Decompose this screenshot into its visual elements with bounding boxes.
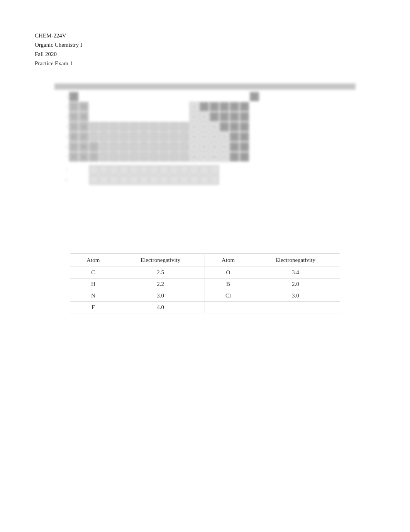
en2: 3.4 bbox=[251, 267, 340, 279]
course-name: Organic Chemistry I bbox=[35, 40, 375, 49]
col-header-atom2: Atom bbox=[205, 254, 251, 267]
course-code: CHEM-224V bbox=[35, 31, 375, 40]
en1: 4.0 bbox=[116, 302, 205, 313]
en2 bbox=[251, 302, 340, 313]
table-row: H 2.2 B 2.0 bbox=[70, 279, 340, 290]
en-table-container: Atom Electronegativity Atom Electronegat… bbox=[70, 253, 340, 313]
atom1: N bbox=[70, 290, 116, 302]
semester: Fall 2020 bbox=[35, 49, 375, 59]
atom2: O bbox=[205, 267, 251, 279]
exam-title: Practice Exam 1 bbox=[35, 59, 375, 68]
col-header-atom1: Atom bbox=[70, 254, 116, 267]
atom1: H bbox=[70, 279, 116, 290]
atom2: B bbox=[205, 279, 251, 290]
col-header-en1: Electronegativity bbox=[116, 254, 205, 267]
periodic-table-image: 1 H He 2 Li Be B C N O F Ne bbox=[54, 83, 356, 234]
table-row: N 3.0 Cl 3.0 bbox=[70, 290, 340, 302]
table-row: F 4.0 bbox=[70, 302, 340, 313]
atom1: F bbox=[70, 302, 116, 313]
atom2 bbox=[205, 302, 251, 313]
en1: 3.0 bbox=[116, 290, 205, 302]
en2: 2.0 bbox=[251, 279, 340, 290]
en-table-wrapper: Atom Electronegativity Atom Electronegat… bbox=[70, 253, 340, 313]
atom2: Cl bbox=[205, 290, 251, 302]
col-header-en2: Electronegativity bbox=[251, 254, 340, 267]
atom1: C bbox=[70, 267, 116, 279]
en1: 2.2 bbox=[116, 279, 205, 290]
table-row: C 2.5 O 3.4 bbox=[70, 267, 340, 279]
header-block: CHEM-224V Organic Chemistry I Fall 2020 … bbox=[35, 31, 375, 68]
en2: 3.0 bbox=[251, 290, 340, 302]
electronegativity-table: Atom Electronegativity Atom Electronegat… bbox=[70, 254, 340, 313]
en1: 2.5 bbox=[116, 267, 205, 279]
